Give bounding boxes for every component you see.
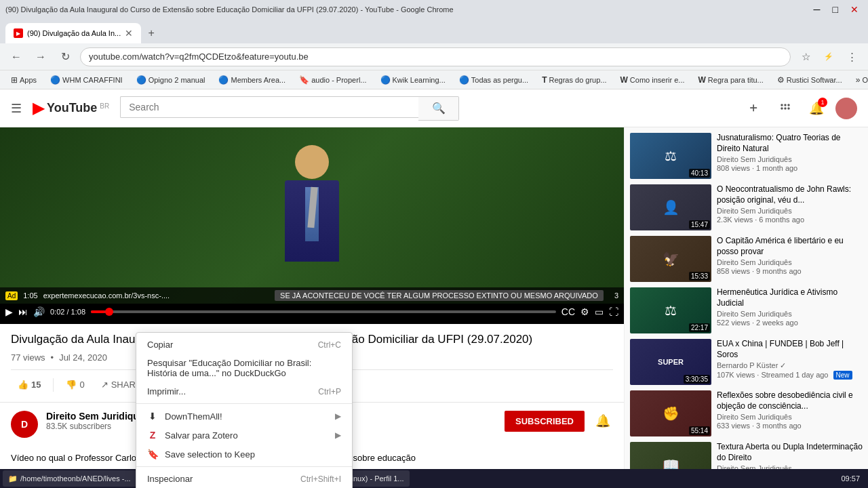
context-item-copy[interactable]: Copiar Ctrl+C bbox=[136, 336, 352, 354]
sidebar-meta-1: 808 views · 1 month ago bbox=[717, 164, 863, 172]
bookmark-audio[interactable]: 🔖 audio - Properl... bbox=[294, 74, 372, 86]
taskbar-icon-1: 📁 bbox=[8, 474, 18, 483]
bookmark-label: audio - Properl... bbox=[311, 76, 366, 84]
next-btn[interactable]: ⏭ bbox=[18, 306, 28, 317]
sidebar-video-3[interactable]: 🦅 15:33 O Capitão América é libertário e… bbox=[630, 236, 863, 282]
video-player: Ad 1:05 expertemexecucao.com.br/3vs-nsc-… bbox=[0, 127, 624, 324]
theater-btn[interactable]: ▭ bbox=[595, 306, 604, 317]
yt-header: ☰ ▶ YouTube BR 🔍 🔔 1 bbox=[0, 89, 868, 127]
bookmark-whm[interactable]: 🔵 WHM CARAFFINI bbox=[45, 74, 128, 86]
context-divider-2 bbox=[136, 466, 352, 467]
context-item-downthemall[interactable]: ⬇ DownThemAll! ▶ bbox=[136, 407, 352, 426]
bookmark-regras[interactable]: T Regras do grup... bbox=[536, 74, 612, 86]
url-text: youtube.com/watch?v=q2fmQCDEtzo&feature=… bbox=[89, 52, 309, 62]
bookmark-como[interactable]: W Como inserir e... bbox=[615, 74, 690, 86]
bookmark-label: Como inserir e... bbox=[630, 76, 685, 84]
bookmark-outros[interactable]: » Outros favoritos bbox=[850, 74, 868, 86]
taskbar-clock: 09:57 bbox=[835, 474, 865, 483]
sidebar-info-3: O Capitão América é libertário e eu poss… bbox=[717, 236, 863, 282]
video-ad-banner: Ad 1:05 expertemexecucao.com.br/3vs-nsc-… bbox=[0, 287, 624, 304]
minimize-btn[interactable]: ─ bbox=[810, 4, 825, 15]
bookmarks-bar: ⊞ Apps 🔵 WHM CARAFFINI 🔵 Opigno 2 manual… bbox=[0, 70, 868, 89]
forward-btn[interactable]: → bbox=[31, 47, 50, 66]
back-btn[interactable]: ← bbox=[7, 47, 26, 66]
bookmark-todas[interactable]: 🔵 Todas as pergu... bbox=[454, 74, 534, 86]
subtitle-btn[interactable]: CC bbox=[561, 306, 575, 317]
hamburger-menu-btn[interactable]: ☰ bbox=[11, 101, 22, 116]
search-btn[interactable]: 🔍 bbox=[418, 96, 459, 121]
play-btn[interactable]: ▶ bbox=[5, 306, 13, 317]
thumb-duration-2: 15:47 bbox=[689, 220, 710, 229]
sidebar-video-1[interactable]: ⚖ 40:13 Jusnaturalismo: Quatro Teorias d… bbox=[630, 133, 863, 179]
bookmark-members[interactable]: 🔵 Members Area... bbox=[213, 74, 291, 86]
url-bar[interactable]: youtube.com/watch?v=q2fmQCDEtzo&feature=… bbox=[80, 47, 791, 66]
bell-notification-btn[interactable]: 🔔 bbox=[593, 411, 613, 431]
upload-icon[interactable] bbox=[742, 96, 766, 121]
bookmark-favicon: 🔵 bbox=[459, 75, 469, 85]
thumb-duration-3: 15:33 bbox=[689, 272, 710, 281]
new-badge: New bbox=[833, 371, 852, 380]
notifications-icon[interactable]: 🔔 1 bbox=[804, 96, 829, 121]
progress-bar[interactable] bbox=[91, 310, 556, 313]
active-tab[interactable]: ▶ (90) Divulgação da Aula In... ✕ bbox=[5, 23, 141, 43]
sidebar-info-5: EUA x China | FUNDEB | Bob Jeff | Soros … bbox=[717, 339, 863, 385]
subscribe-btn[interactable]: SUBSCRIBED bbox=[505, 411, 585, 432]
user-avatar[interactable] bbox=[835, 98, 857, 119]
sidebar-video-6[interactable]: ✊ 55:14 Reflexões sobre desobediência ci… bbox=[630, 390, 863, 436]
bookmark-favicon: ⚙ bbox=[777, 75, 785, 85]
nav-bar: ← → ↻ youtube.com/watch?v=q2fmQCDEtzo&fe… bbox=[0, 43, 868, 70]
sidebar-video-4[interactable]: ⚖ 22:17 Hermenêutica Jurídica e Ativismo… bbox=[630, 287, 863, 333]
total-time: 1:08 bbox=[71, 308, 85, 316]
settings-btn[interactable]: ⚙ bbox=[580, 306, 589, 317]
reload-btn[interactable]: ↻ bbox=[56, 47, 75, 66]
print-shortcut: Ctrl+P bbox=[318, 387, 341, 396]
context-item-keep[interactable]: 🔖 Save selection to Keep bbox=[136, 445, 352, 464]
bookmark-star-icon[interactable]: ☆ bbox=[796, 47, 815, 66]
bookmark-label: Rustici Softwar... bbox=[787, 76, 842, 84]
zotero-label: Salvar para Zotero bbox=[165, 430, 238, 441]
sidebar-channel-6: Direito Sem Juridiquês bbox=[717, 413, 863, 421]
bookmark-rustici[interactable]: ⚙ Rustici Softwar... bbox=[772, 74, 848, 86]
fullscreen-btn[interactable]: ⛶ bbox=[609, 306, 618, 317]
bookmark-label: Regra para titu... bbox=[708, 76, 764, 84]
maximize-btn[interactable]: □ bbox=[829, 4, 842, 15]
context-item-search[interactable]: Pesquisar "Educação Domiciliar no Brasil… bbox=[136, 354, 352, 382]
bookmark-opigno[interactable]: 🔵 Opigno 2 manual bbox=[131, 74, 211, 86]
submenu-arrow-1: ▶ bbox=[335, 411, 341, 421]
bookmark-label: Outros favoritos bbox=[862, 76, 868, 84]
sidebar-info-6: Reflexões sobre desobediência civil e ob… bbox=[717, 390, 863, 436]
tab-close-btn[interactable]: ✕ bbox=[125, 28, 133, 39]
bookmark-favicon: » bbox=[856, 75, 861, 85]
nav-icons: ☆ ⚡ ⋮ bbox=[796, 47, 861, 66]
sidebar-video-2[interactable]: 👤 15:47 O Neocontratualismo de John Rawl… bbox=[630, 184, 863, 230]
extension-icon[interactable]: ⚡ bbox=[819, 47, 838, 66]
bookmark-favicon: 🔵 bbox=[218, 75, 229, 85]
apps-icon[interactable] bbox=[773, 96, 797, 121]
like-btn[interactable]: 👍 15 bbox=[11, 375, 47, 394]
close-btn[interactable]: ✕ bbox=[846, 4, 863, 15]
tab-title: (90) Divulgação da Aula In... bbox=[27, 29, 121, 37]
volume-btn[interactable]: 🔊 bbox=[33, 306, 45, 317]
apps-icon: ⊞ bbox=[11, 75, 18, 85]
video-content: Ad 1:05 expertemexecucao.com.br/3vs-nsc-… bbox=[0, 127, 624, 304]
search-input[interactable] bbox=[120, 96, 418, 118]
view-count: 77 views bbox=[11, 352, 45, 363]
bookmark-kwik[interactable]: 🔵 Kwik Learning... bbox=[375, 74, 451, 86]
context-item-inspect[interactable]: Inspecionar Ctrl+Shift+I bbox=[136, 470, 352, 488]
new-tab-btn[interactable]: + bbox=[142, 24, 160, 42]
sidebar-title-5: EUA x China | FUNDEB | Bob Jeff | Soros bbox=[717, 339, 863, 360]
sidebar-video-5[interactable]: SUPER 3:30:35 EUA x China | FUNDEB | Bob… bbox=[630, 339, 863, 385]
sidebar-title-1: Jusnaturalismo: Quatro Teorias de Direit… bbox=[717, 133, 863, 154]
title-bar: (90) Divulgação da Aula Inaugural do Cur… bbox=[0, 0, 868, 19]
like-divider bbox=[53, 378, 54, 392]
bookmark-apps[interactable]: ⊞ Apps bbox=[5, 74, 42, 86]
context-item-print[interactable]: Imprimir... Ctrl+P bbox=[136, 382, 352, 401]
settings-icon[interactable]: ⋮ bbox=[842, 47, 861, 66]
yt-logo[interactable]: ▶ YouTube BR bbox=[33, 100, 109, 117]
bookmark-regra[interactable]: W Regra para titu... bbox=[693, 74, 769, 86]
context-item-zotero[interactable]: Z Salvar para Zotero ▶ bbox=[136, 426, 352, 445]
taskbar-item-1[interactable]: 📁 /home/timotheonb/ANED/lives -... bbox=[3, 470, 136, 487]
dislike-btn[interactable]: 👎 0 bbox=[59, 375, 91, 394]
thumb-duration-4: 22:17 bbox=[689, 323, 710, 332]
sidebar-meta-4: 522 views · 2 weeks ago bbox=[717, 319, 863, 327]
